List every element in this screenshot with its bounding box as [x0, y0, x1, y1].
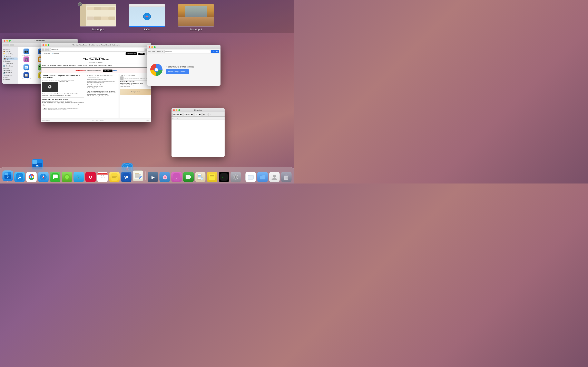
space-desktop1[interactable]: × D [80, 4, 116, 31]
section-video[interactable]: VIDEO [108, 65, 112, 66]
cp-minimize-button[interactable] [151, 46, 153, 48]
google-sign-in-button[interactable]: Sign In [211, 50, 219, 53]
dock-trash[interactable] [281, 172, 292, 182]
underline-button[interactable]: U [209, 113, 212, 116]
google-you[interactable]: +You [148, 51, 151, 52]
install-chrome-button[interactable]: Install Google Chrome [166, 69, 189, 74]
opinion-item-2[interactable]: Turkey Can Teach Israel How to End Terro… [87, 79, 118, 80]
dock-appstore[interactable]: A [14, 172, 25, 182]
chrome-promo-window[interactable]: +You Gmail Images ⊞ google.com Sign In A… [147, 45, 221, 86]
space-desktop2[interactable]: Desktop 2 [178, 4, 214, 31]
section-health[interactable]: HEALTH [83, 65, 87, 66]
te-minimize-button[interactable] [176, 109, 177, 111]
sidebar-applications[interactable]: 💼 Applications [3, 58, 17, 60]
sidebar-documents[interactable]: 📄 Documents [2, 62, 18, 65]
section-tech[interactable]: TECHNOLOGY [69, 65, 76, 66]
close-space-button[interactable]: × [78, 2, 82, 6]
zoom-button[interactable] [9, 40, 11, 42]
dock-twitter[interactable]: 🐦 [73, 172, 84, 182]
dock-limechat[interactable] [62, 172, 72, 182]
sidebar-tiberias[interactable]: 🖥 Tiberias [2, 78, 18, 81]
login-button[interactable]: LOG IN [138, 53, 145, 55]
dock-word[interactable]: W [121, 172, 131, 182]
dock-chrome[interactable] [26, 172, 37, 182]
dock-safari[interactable] [38, 172, 49, 182]
app-mission-control[interactable]: 🔲 Mission Control [20, 72, 33, 80]
nav-sections[interactable]: ☰ SECTIONS [43, 53, 50, 54]
secondary-headline[interactable]: In Israel, Kerry Sees 'Work to Do' on De… [42, 99, 84, 100]
grim-game-title[interactable]: Vying for Advantage in a Grim Game of Na… [87, 91, 118, 92]
google-grid-icon[interactable]: ⊞ [162, 50, 164, 53]
dock-calendar[interactable]: JUL 23 [97, 172, 108, 182]
dock-terminal[interactable]: >_ [219, 172, 229, 182]
chrome-url-bar[interactable]: google.com [164, 50, 210, 53]
sidebar-all-files[interactable]: 📁 All My Files [2, 53, 18, 55]
dock-notes[interactable] [109, 172, 120, 182]
textedit-content-area[interactable] [172, 119, 225, 157]
section-opinion[interactable]: OPINION [57, 65, 61, 66]
french-food-item[interactable]: · Bittman: French Food Goes Down [87, 84, 118, 86]
section-fashion[interactable]: FASHION & STYLE [98, 65, 107, 66]
dock-stickies[interactable] [207, 172, 217, 182]
video-placeholder[interactable]: ▶ [42, 82, 58, 92]
dock-iphoto[interactable]: 🌸 [159, 172, 170, 182]
dock-filemerge[interactable]: ▶ [148, 172, 158, 182]
app-image-capture[interactable]: 📷 Image Capture [20, 49, 33, 56]
ibm-see-why[interactable]: See why → [103, 69, 112, 72]
dock-textedit[interactable] [133, 170, 143, 182]
section-sports[interactable]: SPORTS [89, 65, 93, 66]
settings-text[interactable]: Settings [146, 120, 149, 121]
nyt-zoom-button[interactable] [48, 44, 49, 46]
sidebar-maverick[interactable]: 💻 Maverick... [2, 74, 18, 76]
font-size-select[interactable]: 12 [195, 113, 202, 116]
main-article-headline[interactable]: Life in Capital of a Caliphate: Harsh Ru… [42, 75, 84, 79]
bold-button[interactable]: B [203, 113, 205, 116]
subscribe-button[interactable]: SUBSCRIBE NOW [126, 52, 137, 55]
app-mail[interactable]: ✉️ Mail [20, 64, 33, 72]
tofell-item[interactable]: · Tofell: Milking the Money Machine [87, 86, 118, 87]
dock-facetime[interactable] [183, 172, 194, 182]
minimize-button[interactable] [6, 40, 8, 42]
nyt-minimize-button[interactable] [45, 44, 47, 46]
sidebar-desktop[interactable]: 🖥 Desktop [2, 60, 18, 62]
nav-search[interactable]: 🔍 SEARCH [52, 53, 59, 54]
font-style-select[interactable]: Regular [183, 113, 194, 116]
fighter-jets-headline[interactable]: 2 Fighter Jets Shot Down, Ukraine Says, … [42, 107, 84, 109]
section-world[interactable]: WORLD [42, 65, 46, 66]
sidebar-dropbox[interactable]: 📦 Dropbox [2, 50, 18, 53]
dock-preview[interactable] [195, 172, 206, 182]
dock-sysprefs[interactable] [231, 172, 241, 182]
close-button[interactable] [4, 40, 5, 42]
textedit-window[interactable]: Helvetica Helvetica Regular 12 B I U [172, 108, 225, 157]
cp-zoom-button[interactable] [154, 46, 156, 48]
reading-item[interactable]: · What We're Reading [120, 86, 151, 87]
app-itunes[interactable]: 🎵 iTunes [20, 57, 33, 64]
play-button[interactable]: ▶ [48, 85, 52, 89]
dock-file-manager[interactable] [257, 172, 268, 182]
cp-close-button[interactable] [149, 46, 150, 48]
opinion-item-1[interactable]: ■ 'Two Countries, No Home' [87, 76, 118, 78]
un-official[interactable]: · U.N. Official Cites 'Strong Possibilit… [87, 95, 118, 97]
space-safari[interactable]: Safari [129, 4, 165, 31]
section-arts[interactable]: ARTS [94, 65, 97, 66]
photographers-item[interactable]: · A Photographer's First Assignment [120, 84, 151, 86]
sidebar-remote[interactable]: 💻 Remote... [2, 69, 18, 72]
nyt-window[interactable]: The New York Times - Breaking News, Worl… [41, 43, 151, 122]
google-gmail[interactable]: Gmail [152, 51, 156, 52]
section-ny[interactable]: NEW YORK [51, 65, 56, 66]
privacy-terms[interactable]: Privacy & Terms [43, 120, 50, 121]
te-zoom-button[interactable] [178, 109, 180, 111]
sidebar-airdrop[interactable]: 📡 AirDrop [2, 55, 18, 58]
nyt-close-button[interactable] [43, 44, 44, 46]
font-family-select[interactable]: Helvetica [172, 113, 183, 116]
dock-messages[interactable] [50, 172, 61, 182]
google-images[interactable]: Images [156, 51, 161, 52]
te-close-button[interactable] [173, 109, 175, 111]
dock-itunes[interactable]: ♪ [171, 172, 182, 182]
dock-contacts[interactable] [269, 172, 280, 182]
italic-button[interactable]: I [206, 113, 209, 116]
dock-new-folder[interactable] [245, 172, 256, 182]
sidebar-macintosh[interactable]: 💻 Macintosh... [2, 72, 18, 74]
section-business[interactable]: BUSINESS [63, 65, 68, 66]
nyt-url-bar[interactable]: nytimes.com [50, 48, 144, 51]
